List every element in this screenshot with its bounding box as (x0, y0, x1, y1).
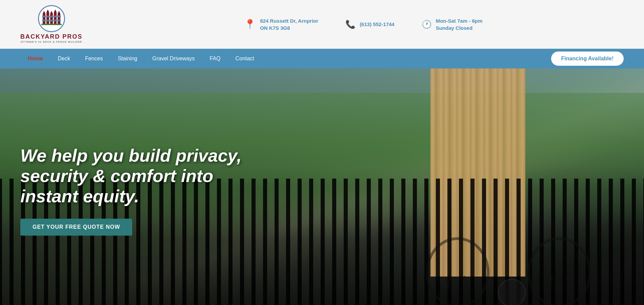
svg-marker-5 (50, 11, 53, 14)
nav-item-faq[interactable]: FAQ (202, 49, 228, 68)
nav-link-fences[interactable]: Fences (78, 49, 110, 68)
svg-marker-1 (43, 11, 45, 14)
phone-icon: 📞 (345, 20, 356, 29)
logo[interactable]: BACKYARD PROS OTTAWA'S #1 DECK & FENCE B… (20, 5, 82, 43)
svg-rect-12 (41, 24, 62, 25)
address-contact: 📍 824 Russett Dr, Arnprior ON K7S 3G8 (244, 17, 318, 32)
hero-chairs-decoration (414, 178, 617, 305)
hero-cta-button[interactable]: GET YOUR FREE QUOTE NOW (20, 219, 132, 236)
nav-link-deck[interactable]: Deck (50, 49, 77, 68)
nav-item-fences[interactable]: Fences (78, 49, 110, 68)
nav-link-staining[interactable]: Staining (110, 49, 145, 68)
svg-line-16 (444, 276, 451, 303)
nav-link-contact[interactable]: Contact (228, 49, 262, 68)
phone-number: (613) 552-1744 (360, 21, 395, 28)
hours-text: Mon-Sat 7am - 6pm Sunday Closed (436, 17, 483, 32)
hours-line2: Sunday Closed (436, 24, 483, 32)
svg-line-17 (464, 276, 471, 303)
svg-line-20 (580, 303, 583, 305)
location-icon: 📍 (244, 19, 256, 30)
main-nav: Home Deck Fences Staining Gravel Drivewa… (0, 49, 644, 68)
nav-item-home[interactable]: Home (20, 49, 50, 68)
address-text: 824 Russett Dr, Arnprior ON K7S 3G8 (260, 17, 318, 32)
svg-marker-9 (58, 11, 60, 14)
svg-rect-6 (54, 12, 57, 24)
address-line2: ON K7S 3G8 (260, 24, 318, 32)
svg-rect-8 (58, 14, 60, 24)
nav-item-gravel[interactable]: Gravel Driveways (145, 49, 202, 68)
svg-rect-4 (50, 14, 53, 24)
logo-brand: BACKYARD PROS (20, 34, 82, 40)
nav-item-staining[interactable]: Staining (110, 49, 145, 68)
phone-contact[interactable]: 📞 (613) 552-1744 (345, 20, 395, 29)
nav-link-gravel[interactable]: Gravel Driveways (145, 49, 202, 68)
hero-content: We help you build privacy, security & co… (20, 146, 251, 236)
financing-button[interactable]: Financing Available! (551, 52, 624, 66)
svg-rect-11 (42, 20, 61, 21)
hours-contact: 🕐 Mon-Sat 7am - 6pm Sunday Closed (422, 17, 483, 32)
svg-rect-10 (42, 16, 61, 17)
svg-line-15 (478, 303, 481, 305)
phone-text: (613) 552-1744 (360, 21, 395, 28)
nav-item-deck[interactable]: Deck (50, 49, 77, 68)
site-header: BACKYARD PROS OTTAWA'S #1 DECK & FENCE B… (0, 0, 644, 49)
svg-line-22 (566, 276, 573, 303)
svg-marker-3 (46, 9, 49, 12)
svg-rect-2 (46, 12, 49, 24)
nav-link-home[interactable]: Home (20, 49, 50, 68)
svg-line-14 (434, 303, 437, 305)
svg-point-23 (498, 279, 525, 305)
hero-headline: We help you build privacy, security & co… (20, 146, 251, 206)
svg-point-18 (529, 239, 590, 305)
clock-icon: 🕐 (422, 20, 432, 29)
hours-line1: Mon-Sat 7am - 6pm (436, 17, 483, 24)
address-line1: 824 Russett Dr, Arnprior (260, 17, 318, 24)
nav-link-faq[interactable]: FAQ (202, 49, 228, 68)
svg-line-19 (536, 303, 539, 305)
svg-marker-7 (54, 9, 57, 12)
svg-point-13 (427, 239, 488, 305)
logo-tagline: OTTAWA'S #1 DECK & FENCE BUILDER (21, 40, 82, 43)
contact-info: 📍 824 Russett Dr, Arnprior ON K7S 3G8 📞 … (103, 17, 624, 32)
hero-section: We help you build privacy, security & co… (0, 68, 644, 305)
svg-rect-0 (43, 14, 45, 24)
svg-line-21 (546, 276, 552, 303)
logo-circle (38, 5, 65, 32)
nav-item-contact[interactable]: Contact (228, 49, 262, 68)
nav-links: Home Deck Fences Staining Gravel Drivewa… (20, 49, 551, 68)
